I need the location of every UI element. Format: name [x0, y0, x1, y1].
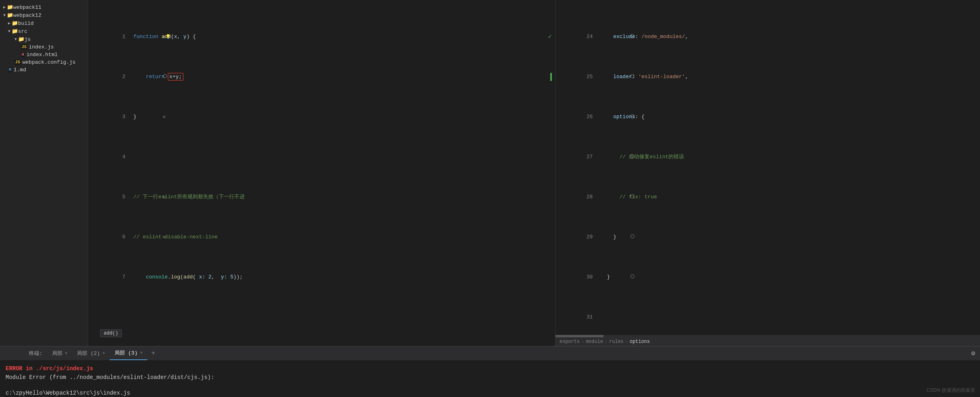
code-line-7: 7 console.log(add( x: 2, y: 5)); — [113, 273, 552, 281]
file-tree: ▶ 📁 webpack11 ▼ 📁 webpack12 ▶ 📁 build ▼ … — [0, 0, 88, 346]
chevron-down-icon: ▼ — [8, 29, 10, 34]
green-bar — [550, 73, 552, 81]
error-header-text: ERROR in ./src/js/index.js — [6, 365, 93, 372]
terminal-tab-2-close[interactable]: × — [103, 351, 105, 356]
code-text: console.log(add( x: 2, y: 5)); — [133, 273, 243, 281]
code-line-31: 31 — [581, 313, 977, 321]
fold-icon: ⊖ — [163, 115, 166, 119]
line-number: 24 — [581, 33, 593, 41]
code-line-30: 30 } — [581, 273, 977, 281]
sidebar-item-build[interactable]: ▶ 📁 build — [0, 19, 88, 27]
md-file-icon: M — [8, 67, 12, 73]
code-line-4: 4 — [113, 153, 552, 161]
js-file-icon: JS — [21, 44, 27, 50]
file-path-text: c:\zpyHello\Webpack12\src\js\index.js — [6, 390, 130, 396]
code-line-29: 29 } — [581, 233, 977, 241]
line-gutter — [593, 225, 601, 249]
terminal-settings-icon[interactable]: ⚙ — [966, 347, 980, 360]
js-file-icon: JS — [14, 60, 21, 65]
terminal-wrapper: 终端: 局部 × 局部 (2) × 局部 (3) × + ⚙ ERROR in … — [0, 346, 980, 397]
sidebar-item-label: src — [18, 28, 27, 34]
line-gutter — [593, 105, 601, 129]
code-line-6: 6 ⊖ // eslint-disable-next-line — [113, 233, 552, 241]
sidebar-item-1-md[interactable]: M 1.md — [0, 66, 88, 74]
code-text: options: { — [601, 113, 644, 121]
sidebar-item-webpack-config[interactable]: JS webpack.config.js — [0, 58, 88, 66]
terminal-add-tab-button[interactable]: + — [147, 347, 159, 360]
chevron-down-icon: ▼ — [3, 13, 6, 18]
breakpoint-circle — [630, 274, 634, 278]
line-gutter: ⊖ — [125, 225, 133, 249]
code-line-28: 28 // fix: true — [581, 193, 977, 201]
terminal-tab-1-label: 局部 — [52, 350, 62, 357]
code-line-25: 25 loader: 'eslint-loader', — [581, 73, 977, 81]
breadcrumb-sep: › — [581, 339, 584, 345]
line-number: 30 — [581, 273, 593, 281]
chevron-down-icon: ▼ — [14, 37, 17, 42]
terminal-tab-3-label: 局部 (3) — [115, 349, 137, 357]
chevron-right-icon: ▶ — [3, 5, 6, 10]
terminal-tab-2[interactable]: 局部 (2) × — [72, 347, 110, 360]
code-text: // fix: true — [601, 193, 657, 201]
folder-icon: 📁 — [12, 20, 18, 26]
breadcrumb-options: options — [630, 339, 650, 345]
sidebar-item-label: index.js — [29, 44, 54, 50]
terminal-tab-1[interactable]: 局部 × — [47, 347, 72, 360]
code-text: // 下一行eslint所有规则都失效（下一行不进 — [133, 193, 245, 201]
terminal-tab-3[interactable]: 局部 (3) × — [110, 347, 147, 360]
terminal-tabs-bar: 终端: 局部 × 局部 (2) × 局部 (3) × + ⚙ — [0, 346, 980, 360]
code-line-1: 1 ⊖💡 function add(x, y) { ✓ — [113, 33, 552, 41]
module-error-line: Module Error (from ../node_modules/eslin… — [6, 373, 974, 382]
terminal-label: 终端: — [24, 347, 47, 360]
line-number: 31 — [581, 313, 593, 321]
error-header-line: ERROR in ./src/js/index.js — [6, 364, 974, 373]
code-text: } — [601, 233, 616, 241]
sidebar-item-label: webpack11 — [13, 4, 41, 10]
sidebar-item-index-js[interactable]: JS index.js — [0, 43, 88, 51]
line-gutter: ⊖💡 — [125, 25, 133, 49]
sidebar-item-label: webpack12 — [13, 12, 41, 18]
line-number: 4 — [113, 153, 125, 161]
code-block-right: 24 exclude: /node_modules/, 25 loader: '… — [578, 0, 980, 346]
code-line-3: 3 ⊖ } — [113, 113, 552, 121]
breakpoint-circle — [630, 234, 634, 238]
terminal-tab-2-label: 局部 (2) — [77, 350, 100, 357]
sidebar-item-webpack12[interactable]: ▼ 📁 webpack12 — [0, 11, 88, 19]
code-text: function add(x, y) { — [133, 33, 196, 41]
line-number: 6 — [113, 233, 125, 241]
sidebar-item-label: index.html — [26, 52, 58, 58]
folder-icon: 📁 — [7, 12, 13, 18]
sidebar-item-webpack11[interactable]: ▶ 📁 webpack11 — [0, 3, 88, 11]
line-number: 3 — [113, 113, 125, 121]
code-line-5: 5 ⊖ // 下一行eslint所有规则都失效（下一行不进 — [113, 193, 552, 201]
line-number: 27 — [581, 153, 593, 161]
sidebar-item-index-html[interactable]: H index.html — [0, 51, 88, 58]
folder-icon: 📁 — [18, 36, 24, 42]
line-number: 28 — [581, 193, 593, 201]
sidebar-item-js[interactable]: ▼ 📁 js — [0, 35, 88, 43]
sidebar-item-label: build — [18, 20, 34, 26]
line-gutter — [593, 185, 601, 209]
editors-container: 1 ⊖💡 function add(x, y) { ✓ 2 return x+y… — [88, 0, 980, 346]
breadcrumb-exports: exports — [559, 339, 580, 345]
blank-line-1 — [6, 382, 974, 389]
code-line-2: 2 return x+y; — [113, 73, 552, 81]
terminal-body[interactable]: ERROR in ./src/js/index.js Module Error … — [0, 360, 980, 397]
watermark: CSDN @潇洒的雨幕里 — [926, 387, 975, 394]
sidebar-item-src[interactable]: ▼ 📁 src — [0, 27, 88, 35]
breadcrumb-bar: exports › module › rules › options — [555, 337, 980, 346]
terminal-tab-1-close[interactable]: × — [65, 351, 68, 356]
code-line-24: 24 exclude: /node_modules/, — [581, 33, 977, 41]
code-text: // 自动修复eslint的错误 — [601, 153, 684, 161]
line-number: 2 — [113, 73, 125, 81]
line-gutter: ⊖ — [125, 105, 133, 129]
code-text: // eslint-disable-next-line — [133, 233, 218, 241]
terminal-tab-3-close[interactable]: × — [140, 351, 143, 355]
breadcrumb-sep: › — [625, 339, 628, 345]
code-text: loader: 'eslint-loader', — [601, 73, 688, 81]
line-number: 5 — [113, 193, 125, 201]
sidebar-item-label: js — [24, 36, 31, 42]
line-gutter — [125, 65, 133, 89]
line-gutter — [593, 25, 601, 49]
code-line-27: 27 // 自动修复eslint的错误 — [581, 153, 977, 161]
